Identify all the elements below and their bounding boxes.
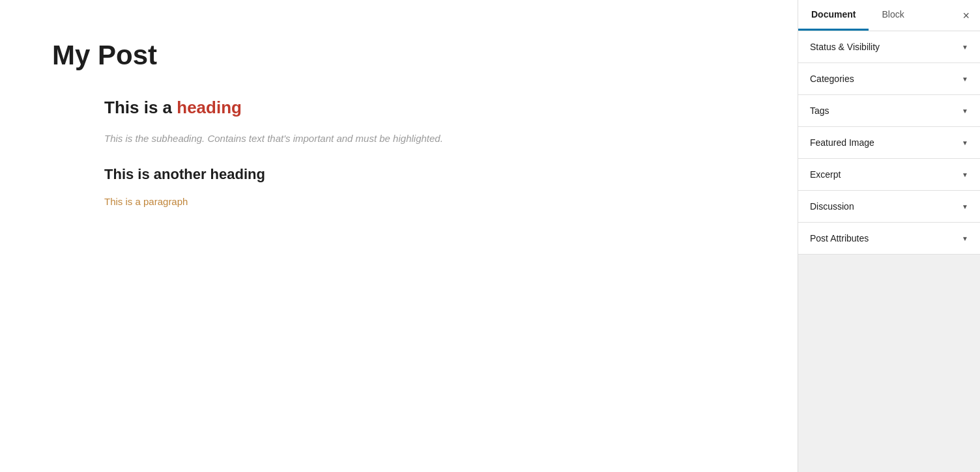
panel-post-attributes[interactable]: Post Attributes ▼ <box>798 223 980 255</box>
chevron-down-icon: ▼ <box>962 235 968 242</box>
panel-categories[interactable]: Categories ▼ <box>798 63 980 95</box>
panel-categories-label: Categories <box>810 74 854 84</box>
panel-discussion-label: Discussion <box>810 201 854 212</box>
main-editor: My Post This is a heading This is the su… <box>0 0 798 472</box>
panel-post-attributes-label: Post Attributes <box>810 233 869 243</box>
sidebar-header: Document Block × <box>798 0 980 31</box>
content-subheading: This is the subheading. Contains text th… <box>104 131 745 146</box>
tab-document[interactable]: Document <box>798 0 869 31</box>
sidebar: Document Block × Status & Visibility ▼ C… <box>798 0 980 472</box>
panel-tags-label: Tags <box>810 105 829 116</box>
tab-block[interactable]: Block <box>869 0 917 31</box>
content-paragraph: This is a paragraph <box>104 196 745 207</box>
content-area: This is a heading This is the subheading… <box>52 98 745 207</box>
chevron-down-icon: ▼ <box>962 171 968 178</box>
chevron-down-icon: ▼ <box>962 76 968 83</box>
heading1-highlight-text: heading <box>177 98 242 117</box>
panel-featured-image[interactable]: Featured Image ▼ <box>798 127 980 159</box>
chevron-down-icon: ▼ <box>962 107 968 115</box>
panel-status-visibility[interactable]: Status & Visibility ▼ <box>798 31 980 63</box>
chevron-down-icon: ▼ <box>962 44 968 51</box>
panel-excerpt[interactable]: Excerpt ▼ <box>798 159 980 191</box>
chevron-down-icon: ▼ <box>962 139 968 146</box>
panel-tags[interactable]: Tags ▼ <box>798 95 980 127</box>
heading1-plain-text: This is a <box>104 98 177 117</box>
close-button[interactable]: × <box>960 7 972 24</box>
content-heading-1: This is a heading <box>104 98 745 118</box>
content-heading-2: This is another heading <box>104 166 745 183</box>
panel-featured-image-label: Featured Image <box>810 137 874 148</box>
panel-status-visibility-label: Status & Visibility <box>810 42 880 52</box>
sidebar-panels: Status & Visibility ▼ Categories ▼ Tags … <box>798 31 980 472</box>
panel-discussion[interactable]: Discussion ▼ <box>798 191 980 223</box>
panel-excerpt-label: Excerpt <box>810 169 841 180</box>
post-title[interactable]: My Post <box>52 39 745 72</box>
chevron-down-icon: ▼ <box>962 203 968 210</box>
